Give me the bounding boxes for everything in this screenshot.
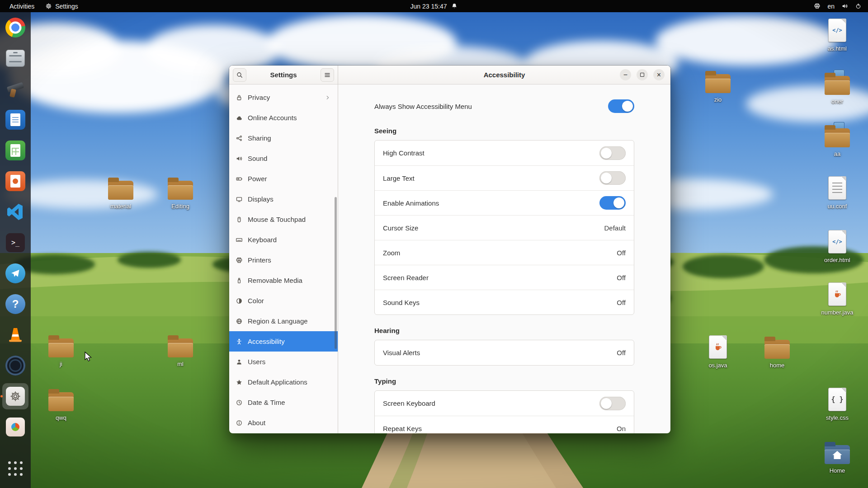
app-menu-button[interactable]: Settings: [40, 0, 83, 12]
desktop-icon-ml[interactable]: ml: [159, 333, 202, 368]
search-button[interactable]: [233, 68, 246, 82]
sidebar-item-displays[interactable]: Displays: [229, 189, 338, 209]
row-value: Off: [617, 274, 626, 282]
dock-item-messenger[interactable]: [2, 260, 28, 286]
desktop-icon-os-java[interactable]: os.java: [696, 334, 740, 369]
sidebar-item-users[interactable]: Users: [229, 352, 338, 372]
desktop-icon-number-java[interactable]: number.java: [816, 282, 859, 316]
desktop-icon-zio[interactable]: zio: [696, 69, 740, 103]
sidebar-item-label: Online Accounts: [248, 114, 297, 122]
clock-icon: [236, 399, 243, 406]
volume-icon[interactable]: [841, 3, 848, 9]
desktop-icon-uu-conf[interactable]: uu.conf: [816, 175, 859, 210]
sidebar-item-region-language[interactable]: Region & Language: [229, 311, 338, 331]
desktop-icon-qwq[interactable]: qwq: [39, 387, 83, 422]
sidebar-item-mouse-touchpad[interactable]: Mouse & Touchpad: [229, 209, 338, 230]
section-title-typing: Typing: [374, 377, 634, 385]
row-always-show-accessibility-menu[interactable]: Always Show Accessibility Menu: [374, 97, 634, 115]
desktop-icon-home[interactable]: Home: [816, 440, 859, 474]
folder-icon: [108, 175, 133, 201]
dock-item-utility[interactable]: [2, 76, 28, 102]
desktop-icon-material[interactable]: material: [99, 175, 142, 210]
accessibility-menu-toggle[interactable]: [608, 99, 634, 113]
maximize-button[interactable]: [637, 69, 648, 80]
minimize-button[interactable]: −: [620, 69, 631, 80]
sidebar-item-color[interactable]: Color: [229, 291, 338, 311]
show-applications-button[interactable]: [2, 455, 28, 482]
dock-item-disc[interactable]: [2, 352, 28, 379]
desktop-icon-label: style.css: [826, 415, 849, 422]
row-value: Off: [617, 349, 626, 357]
screen-keyboard-toggle[interactable]: [599, 397, 626, 410]
row-visual-alerts[interactable]: Visual Alerts Off: [375, 340, 634, 365]
dock-item-terminal[interactable]: >_: [2, 230, 28, 256]
dock-item-writer[interactable]: [2, 107, 28, 133]
sidebar-item-printers[interactable]: Printers: [229, 250, 338, 270]
desktop-icon-style-css[interactable]: { } style.css: [816, 387, 859, 422]
desktop-icon-order-html[interactable]: </> order.html: [816, 229, 859, 264]
sidebar-item-privacy[interactable]: Privacy: [229, 87, 338, 108]
row-enable-animations[interactable]: Enable Animations: [375, 190, 634, 215]
row-high-contrast[interactable]: High Contrast: [375, 141, 634, 165]
sidebar-item-label: Date & Time: [248, 399, 285, 406]
enable-animations-toggle[interactable]: [599, 196, 626, 210]
row-repeat-keys[interactable]: Repeat Keys On: [375, 416, 634, 433]
speaker-icon: [236, 155, 243, 162]
usb-icon: [236, 277, 243, 284]
close-button[interactable]: ×: [653, 69, 665, 80]
sidebar-item-sound[interactable]: Sound: [229, 148, 338, 169]
desktop-icon-oner[interactable]: oner: [816, 70, 859, 105]
dock-item-vlc[interactable]: [2, 322, 28, 348]
activities-button[interactable]: Activities: [5, 0, 39, 12]
sidebar-item-power[interactable]: Power: [229, 169, 338, 189]
dock-item-software[interactable]: [2, 414, 28, 440]
java-file-icon: [709, 334, 727, 360]
desktop-icon-home-folder[interactable]: home: [755, 334, 799, 369]
dock-item-files[interactable]: [2, 45, 28, 71]
desktop-icon-as-html[interactable]: </> as.html: [816, 18, 859, 52]
printer-indicator-icon[interactable]: [814, 3, 821, 9]
sidebar-item-online-accounts[interactable]: Online Accounts: [229, 108, 338, 128]
row-sound-keys[interactable]: Sound Keys Off: [375, 290, 634, 314]
sidebar-item-accessibility[interactable]: Accessibility: [229, 331, 338, 352]
desktop-icon-label: oner: [831, 99, 843, 105]
primary-menu-button[interactable]: [321, 68, 334, 82]
sidebar-item-default-applications[interactable]: Default Applications: [229, 372, 338, 392]
toggle-knob: [601, 148, 612, 159]
row-large-text[interactable]: Large Text: [375, 165, 634, 190]
sidebar-item-date-time[interactable]: Date & Time: [229, 392, 338, 413]
desktop-icon-editing[interactable]: Editing: [159, 175, 202, 210]
dock-item-settings[interactable]: [2, 383, 28, 409]
sidebar-item-label: Mouse & Touchpad: [248, 216, 306, 223]
desktop-icon-ji[interactable]: ji: [39, 333, 83, 368]
dock-item-chrome[interactable]: [2, 14, 28, 41]
desktop-icon-aa[interactable]: aa: [816, 123, 859, 158]
high-contrast-toggle[interactable]: [599, 146, 626, 160]
large-text-toggle[interactable]: [599, 171, 626, 185]
keyboard-layout-indicator[interactable]: en: [827, 3, 835, 10]
sidebar-item-removable-media[interactable]: Removable Media: [229, 270, 338, 291]
sidebar-scrollbar[interactable]: [335, 197, 337, 349]
desktop-icon-label: ml: [177, 361, 184, 368]
row-cursor-size[interactable]: Cursor Size Default: [375, 215, 634, 240]
dock-item-calc[interactable]: [2, 137, 28, 164]
dock-item-vscode[interactable]: [2, 199, 28, 225]
seeing-group: High Contrast Large Text Enable Animatio…: [374, 140, 634, 315]
sidebar-item-keyboard[interactable]: Keyboard: [229, 230, 338, 250]
monitor-icon: [236, 196, 243, 203]
clock-menu-button[interactable]: Jun 23 15:47: [410, 0, 458, 12]
window-headerbar[interactable]: Accessibility − ×: [338, 66, 670, 84]
terminal-icon: >_: [6, 233, 25, 252]
sidebar-item-about[interactable]: About: [229, 413, 338, 433]
row-zoom[interactable]: Zoom Off: [375, 240, 634, 265]
gear-icon: [45, 3, 52, 9]
sidebar-item-label: Removable Media: [248, 277, 302, 284]
sidebar-item-sharing[interactable]: Sharing: [229, 128, 338, 148]
power-icon[interactable]: [855, 3, 862, 9]
desktop-icon-label: order.html: [824, 257, 850, 264]
row-screen-keyboard[interactable]: Screen Keyboard: [375, 391, 634, 416]
info-icon: [236, 419, 243, 427]
dock-item-help[interactable]: ?: [2, 291, 28, 317]
row-screen-reader[interactable]: Screen Reader Off: [375, 265, 634, 290]
dock-item-impress[interactable]: [2, 168, 28, 194]
